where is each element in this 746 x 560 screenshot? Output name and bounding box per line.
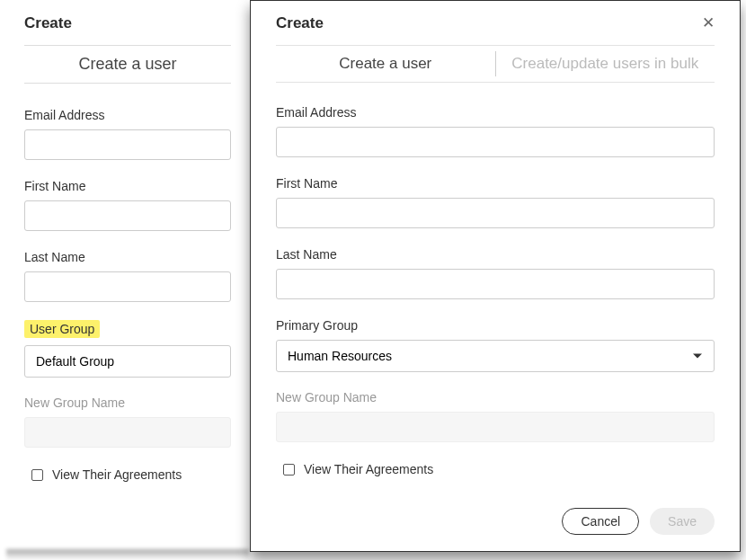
new-group-label: New Group Name — [24, 396, 231, 410]
cancel-button[interactable]: Cancel — [562, 508, 639, 535]
create-modal: Create ✕ Create a user Create/update use… — [250, 0, 741, 552]
tab-create-user[interactable]: Create a user — [276, 46, 495, 82]
view-agreements-row[interactable]: View Their Agreements — [283, 462, 715, 476]
first-name-field[interactable] — [276, 198, 715, 228]
user-group-select[interactable]: Default Group — [24, 345, 231, 378]
save-button: Save — [650, 508, 715, 535]
first-name-label: First Name — [276, 176, 337, 191]
back-create-panel: Create Create a user Email Address First… — [6, 5, 249, 549]
tab-bulk-users[interactable]: Create/update users in bulk — [496, 46, 715, 82]
primary-group-value: Human Resources — [276, 340, 715, 372]
last-name-label: Last Name — [24, 250, 85, 264]
back-tab-create-user[interactable]: Create a user — [24, 45, 231, 84]
checkbox-icon[interactable] — [31, 469, 43, 481]
primary-group-label: Primary Group — [276, 318, 358, 333]
first-name-field[interactable] — [24, 200, 231, 231]
first-name-label: First Name — [24, 179, 85, 193]
email-label: Email Address — [276, 105, 356, 120]
last-name-field[interactable] — [24, 271, 231, 302]
close-icon[interactable]: ✕ — [702, 13, 715, 32]
user-group-value: Default Group — [24, 345, 231, 378]
view-agreements-row[interactable]: View Their Agreements — [31, 467, 231, 482]
email-field[interactable] — [24, 129, 231, 160]
new-group-field — [24, 417, 231, 448]
chevron-down-icon — [693, 354, 702, 359]
email-field[interactable] — [276, 127, 715, 157]
view-agreements-label: View Their Agreements — [52, 467, 182, 482]
last-name-field[interactable] — [276, 269, 715, 299]
checkbox-icon[interactable] — [283, 464, 295, 476]
modal-tabs: Create a user Create/update users in bul… — [276, 45, 715, 83]
primary-group-select[interactable]: Human Resources — [276, 340, 715, 372]
last-name-label: Last Name — [276, 247, 337, 262]
new-group-label: New Group Name — [276, 390, 715, 404]
user-group-label: User Group — [24, 320, 100, 338]
back-panel-shadow — [6, 549, 249, 560]
new-group-field — [276, 412, 715, 442]
modal-actions: Cancel Save — [562, 508, 715, 535]
back-panel-title: Create — [24, 14, 231, 32]
email-label: Email Address — [24, 108, 104, 122]
modal-header: Create ✕ — [276, 13, 715, 32]
view-agreements-label: View Their Agreements — [304, 462, 433, 476]
modal-title: Create — [276, 14, 324, 32]
